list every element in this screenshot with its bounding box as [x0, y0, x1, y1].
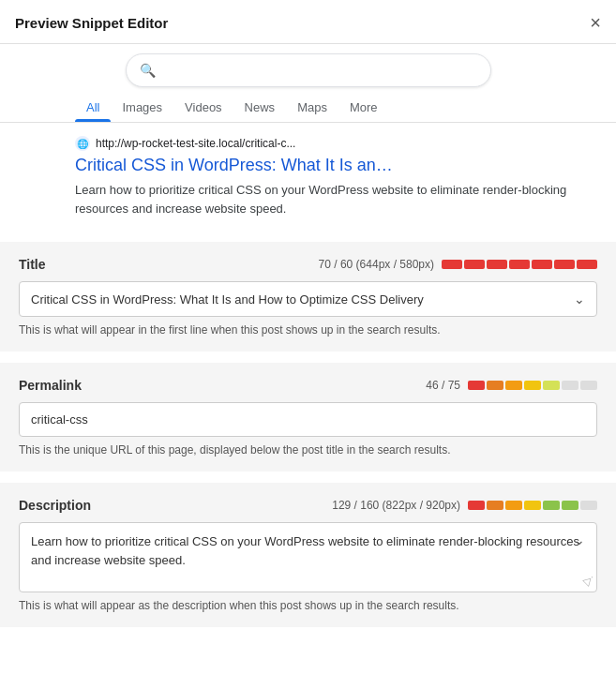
permalink-hint: This is the unique URL of this page, dis…	[19, 443, 597, 457]
permalink-bar-1	[468, 381, 485, 390]
description-label: Description	[19, 498, 91, 513]
title-bar-1	[442, 260, 462, 269]
title-progress-info: 70 / 60 (644px / 580px)	[319, 258, 597, 271]
description-progress-bar	[468, 501, 597, 510]
search-input[interactable]	[163, 54, 477, 86]
title-field-value: Critical CSS in WordPress: What It Is an…	[31, 292, 574, 307]
dialog-title: Preview Snippet Editor	[15, 15, 168, 31]
description-section-header: Description 129 / 160 (822px / 920px)	[19, 498, 597, 513]
desc-bar-2	[487, 501, 503, 510]
title-bar-2	[464, 260, 485, 269]
desc-bar-6	[562, 501, 578, 510]
title-bar-7	[577, 260, 597, 269]
title-chevron-icon: ⌄	[574, 292, 585, 307]
permalink-label: Permalink	[19, 378, 82, 393]
permalink-progress-bar	[468, 381, 597, 390]
header: Preview Snippet Editor ×	[0, 0, 616, 44]
title-progress-bar	[442, 260, 597, 269]
permalink-input[interactable]	[19, 402, 597, 437]
tab-images[interactable]: Images	[111, 95, 173, 122]
description-chevron-icon: ⌄	[574, 532, 585, 547]
desc-bar-5	[543, 501, 560, 510]
result-url-row: 🌐 http://wp-rocket-test-site.local/criti…	[75, 136, 601, 151]
description-progress-info: 129 / 160 (822px / 920px)	[332, 499, 597, 512]
description-field-value: Learn how to prioritize critical CSS on …	[31, 532, 585, 582]
close-button[interactable]: ×	[590, 13, 601, 32]
permalink-bar-4	[524, 381, 541, 390]
tab-maps[interactable]: Maps	[286, 95, 338, 122]
result-url: http://wp-rocket-test-site.local/critica…	[96, 137, 295, 150]
tab-news[interactable]: News	[233, 95, 287, 122]
description-progress-text: 129 / 160 (822px / 920px)	[332, 499, 460, 512]
title-progress-text: 70 / 60 (644px / 580px)	[319, 258, 434, 271]
tab-more[interactable]: More	[338, 95, 389, 122]
permalink-bar-2	[487, 381, 503, 390]
google-nav: All Images Videos News Maps More	[0, 87, 616, 123]
search-result: 🌐 http://wp-rocket-test-site.local/criti…	[0, 123, 616, 231]
search-bar: 🔍	[126, 53, 491, 87]
tab-videos[interactable]: Videos	[173, 95, 233, 122]
desc-bar-3	[505, 501, 522, 510]
desc-bar-7	[580, 501, 597, 510]
title-section: Title 70 / 60 (644px / 580px) Critical C…	[0, 242, 616, 352]
description-hint: This is what will appear as the descript…	[19, 599, 597, 612]
title-bar-6	[554, 260, 575, 269]
tab-all[interactable]: All	[75, 95, 111, 122]
title-bar-3	[487, 260, 507, 269]
result-favicon: 🌐	[75, 136, 90, 151]
permalink-progress-info: 46 / 75	[426, 379, 597, 392]
title-label: Title	[19, 257, 46, 272]
permalink-bar-5	[543, 381, 560, 390]
description-section: Description 129 / 160 (822px / 920px) ⌄ …	[0, 483, 616, 627]
title-section-header: Title 70 / 60 (644px / 580px)	[19, 257, 597, 272]
title-bar-4	[509, 260, 530, 269]
desc-bar-4	[524, 501, 541, 510]
permalink-section-header: Permalink 46 / 75	[19, 378, 597, 393]
search-area: 🔍	[0, 44, 616, 87]
permalink-bar-6	[562, 381, 578, 390]
title-bar-5	[532, 260, 552, 269]
title-hint: This is what will appear in the first li…	[19, 323, 597, 337]
permalink-progress-text: 46 / 75	[426, 379, 460, 392]
result-description: Learn how to prioritize critical CSS on …	[75, 181, 601, 217]
permalink-bar-7	[580, 381, 597, 390]
desc-bar-1	[468, 501, 485, 510]
permalink-section: Permalink 46 / 75 This is the unique URL…	[0, 363, 616, 472]
result-title[interactable]: Critical CSS in WordPress: What It Is an…	[75, 155, 601, 176]
title-field[interactable]: Critical CSS in WordPress: What It Is an…	[19, 281, 597, 317]
permalink-bar-3	[505, 381, 522, 390]
search-icon: 🔍	[140, 63, 156, 78]
description-field[interactable]: ⌄ Learn how to prioritize critical CSS o…	[19, 522, 597, 592]
